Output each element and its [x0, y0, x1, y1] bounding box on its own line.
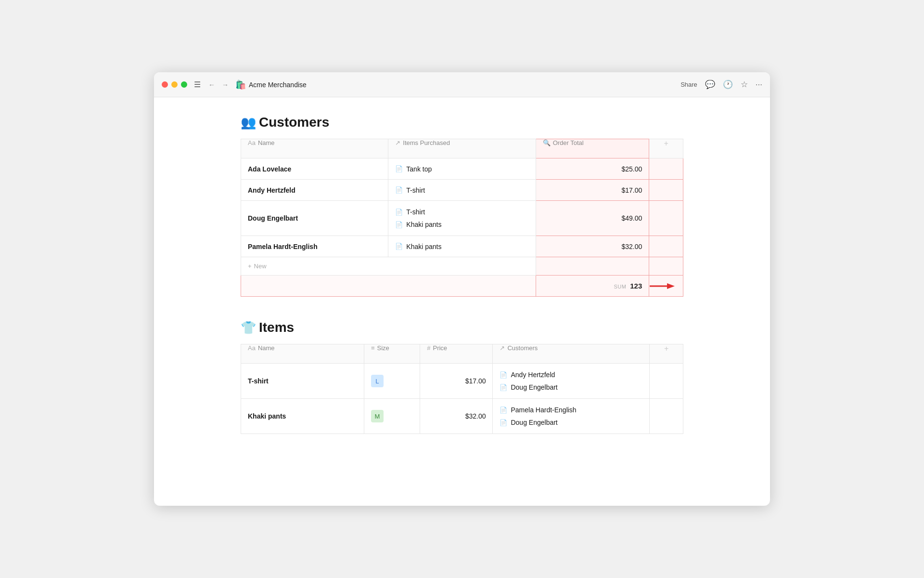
doc-icon: 📄	[395, 165, 403, 172]
table-row: T-shirt L $17.00 📄 Andy Hertzfeld 📄 D	[241, 364, 683, 399]
item-price-cell: $17.00	[420, 364, 493, 399]
col-header-price: # Price	[420, 344, 493, 364]
items-header-row: Aa Name ≡ Size # Price	[241, 344, 683, 364]
table-row: Ada Lovelace 📄 Tank top $25.00	[241, 158, 683, 180]
red-arrow-icon	[650, 281, 675, 291]
app-window: ☰ ← → 🛍️ Acme Merchandise Share 💬 🕐 ☆ ··…	[154, 72, 770, 506]
doc-icon: 📄	[395, 243, 403, 250]
arrow-indicator	[650, 281, 675, 291]
item-customers-cell: 📄 Andy Hertzfeld 📄 Doug Engelbart	[493, 364, 650, 399]
customer-name-cell: Doug Engelbart	[241, 201, 388, 236]
customers-emoji: 👥	[241, 115, 256, 130]
size-col-icon: ≡	[371, 344, 375, 352]
customer-order-cell: $25.00	[536, 158, 649, 180]
order-col-icon: 🔍	[543, 139, 551, 146]
items-col-icon: ↗	[395, 139, 400, 146]
doc-icon: 📄	[500, 384, 507, 391]
price-col-icon: #	[427, 344, 430, 352]
col-header-item-name: Aa Name	[241, 344, 364, 364]
svg-marker-1	[667, 283, 675, 289]
doc-icon: 📄	[395, 221, 403, 228]
doc-icon: 📄	[500, 371, 507, 379]
minimize-button[interactable]	[171, 81, 178, 88]
doc-icon: 📄	[395, 209, 403, 216]
doc-icon: 📄	[500, 419, 507, 426]
item-customers-cell: 📄 Pamela Hardt-English 📄 Doug Engelbart	[493, 399, 650, 434]
share-button[interactable]: Share	[680, 81, 697, 88]
menu-icon[interactable]: ☰	[194, 80, 201, 89]
items-title: Items	[259, 320, 294, 335]
sum-label: SUM	[614, 284, 626, 289]
star-icon[interactable]: ☆	[741, 79, 748, 90]
col-header-customers: ↗ Customers	[493, 344, 650, 364]
customers-header-row: Aa Name ↗ Items Purchased 🔍 Order	[241, 139, 683, 158]
customer-order-cell: $32.00	[536, 236, 649, 257]
col-header-order-total: 🔍 Order Total	[536, 139, 649, 158]
item-price-cell: $32.00	[420, 399, 493, 434]
size-badge-M: M	[371, 410, 384, 422]
nav-arrows: ← →	[206, 80, 231, 90]
customer-name-cell: Ada Lovelace	[241, 158, 388, 180]
items-section-header: 👕 Items	[241, 320, 683, 335]
items-emoji: 👕	[241, 320, 256, 335]
table-row: Doug Engelbart 📄 T-shirt 📄 Khaki pants $…	[241, 201, 683, 236]
customers-section-header: 👥 Customers	[241, 115, 683, 130]
doc-icon: 📄	[500, 407, 507, 414]
item-size-cell: L	[364, 364, 420, 399]
app-title: Acme Merchandise	[249, 81, 680, 89]
main-content: 👥 Customers Aa Name	[154, 97, 770, 506]
close-button[interactable]	[162, 81, 168, 88]
item-name-cell: Khaki pants	[241, 399, 364, 434]
customers-table: Aa Name ↗ Items Purchased 🔍 Order	[241, 139, 683, 297]
sum-value: 123	[630, 282, 642, 290]
name-col-icon: Aa	[248, 344, 256, 352]
titlebar-actions: Share 💬 🕐 ☆ ···	[680, 79, 762, 90]
item-name-cell: T-shirt	[241, 364, 364, 399]
table-row: Khaki pants M $32.00 📄 Pamela Hardt-Engl…	[241, 399, 683, 434]
name-col-icon: Aa	[248, 139, 256, 146]
maximize-button[interactable]	[181, 81, 187, 88]
col-header-size: ≡ Size	[364, 344, 420, 364]
sum-cell: SUM 123	[536, 276, 649, 297]
table-row: Pamela Hardt-English 📄 Khaki pants $32.0…	[241, 236, 683, 257]
add-column-button[interactable]: +	[656, 139, 676, 148]
more-icon[interactable]: ···	[756, 80, 762, 90]
size-badge-L: L	[371, 375, 384, 387]
col-header-add-items[interactable]: +	[650, 344, 683, 364]
add-column-button-items[interactable]: +	[656, 344, 676, 353]
col-header-add[interactable]: +	[649, 139, 683, 158]
item-size-cell: M	[364, 399, 420, 434]
titlebar: ☰ ← → 🛍️ Acme Merchandise Share 💬 🕐 ☆ ··…	[154, 72, 770, 97]
forward-button[interactable]: →	[220, 80, 231, 90]
comment-icon[interactable]: 💬	[705, 79, 715, 90]
back-button[interactable]: ←	[206, 80, 217, 90]
app-icon: 🛍️	[235, 79, 246, 90]
items-table: Aa Name ≡ Size # Price	[241, 344, 683, 434]
customer-items-cell: 📄 T-shirt 📄 Khaki pants	[388, 201, 536, 236]
traffic-lights	[162, 81, 187, 88]
table-row: Andy Hertzfeld 📄 T-shirt $17.00	[241, 180, 683, 201]
customers-col-icon: ↗	[500, 344, 505, 352]
history-icon[interactable]: 🕐	[723, 79, 733, 90]
customer-order-cell: $17.00	[536, 180, 649, 201]
plus-icon: +	[248, 263, 252, 270]
customer-items-cell: 📄 Khaki pants	[388, 236, 536, 257]
sum-row: SUM 123	[241, 276, 683, 297]
col-header-items-purchased: ↗ Items Purchased	[388, 139, 536, 158]
customer-order-cell: $49.00	[536, 201, 649, 236]
customer-name-cell: Pamela Hardt-English	[241, 236, 388, 257]
new-row: + New	[241, 257, 683, 276]
customer-items-cell: 📄 T-shirt	[388, 180, 536, 201]
col-header-name: Aa Name	[241, 139, 388, 158]
customer-items-cell: 📄 Tank top	[388, 158, 536, 180]
doc-icon: 📄	[395, 186, 403, 194]
customers-title: Customers	[259, 115, 329, 130]
new-record-button[interactable]: + New	[248, 263, 267, 270]
customer-name-cell: Andy Hertzfeld	[241, 180, 388, 201]
